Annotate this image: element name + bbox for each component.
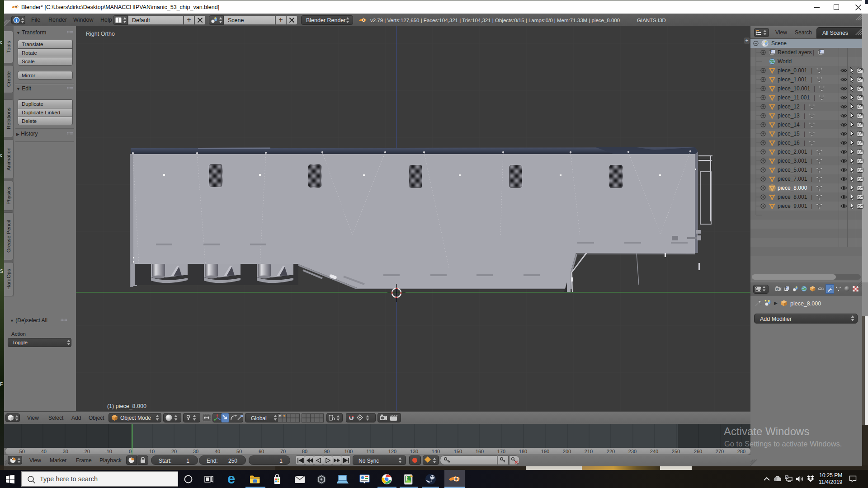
svg-text:i: i [16, 18, 17, 23]
